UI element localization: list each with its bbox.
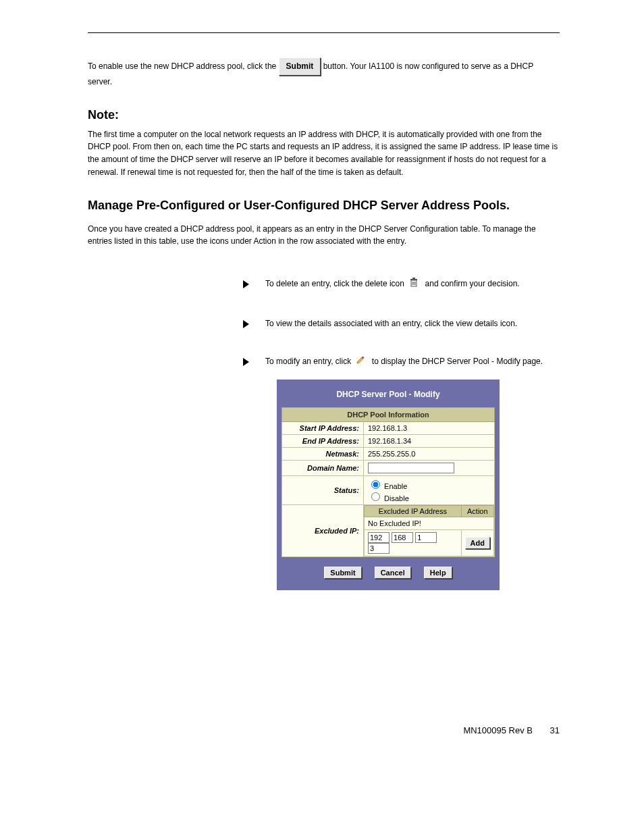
bullet-modify: To modify an entry, click to display the… — [243, 355, 560, 369]
footer-page-number: 31 — [533, 725, 560, 735]
no-excluded-text: No Excluded IP! — [365, 517, 494, 529]
manage-heading: Manage Pre-Configured or User-Configured… — [88, 199, 560, 213]
end-ip-label: End IP Address: — [282, 434, 364, 447]
submit-button[interactable]: Submit — [279, 57, 321, 76]
note-heading: Note: — [88, 108, 560, 123]
dhcp-modify-panel: DHCP Server Pool - Modify DHCP Pool Info… — [277, 380, 500, 590]
ip-octet-2[interactable] — [392, 532, 413, 543]
arrow-icon — [243, 320, 249, 328]
footer-doc-id: MN100095 Rev B — [463, 725, 533, 735]
bullet-modify-text-b: to display the DHCP Server Pool - Modify… — [367, 357, 543, 366]
end-ip-value: 192.168.1.34 — [364, 434, 495, 447]
excluded-ip-inputs — [365, 529, 462, 556]
start-ip-label: Start IP Address: — [282, 421, 364, 434]
panel-submit-button[interactable]: Submit — [324, 567, 361, 579]
pencil-icon — [356, 355, 365, 369]
start-ip-value: 192.168.1.3 — [364, 421, 495, 434]
bullet-modify-text-a: To modify an entry, click — [265, 357, 354, 366]
domain-label: Domain Name: — [282, 460, 364, 475]
domain-input[interactable] — [368, 463, 454, 473]
bullet-view-text: To view the details associated with an e… — [265, 317, 517, 330]
page-header — [88, 31, 560, 33]
note-paragraph: The first time a computer on the local n… — [88, 128, 560, 178]
intro-paragraph: To enable use the new DHCP address pool,… — [88, 57, 560, 88]
netmask-value: 255.255.255.0 — [364, 447, 495, 460]
ip-octet-3[interactable] — [415, 532, 437, 543]
svg-rect-4 — [410, 279, 417, 280]
netmask-label: Netmask: — [282, 447, 364, 460]
status-enable-option: Enable — [368, 482, 407, 490]
intro-text-a: To enable use the new DHCP address pool,… — [88, 61, 279, 71]
add-button[interactable]: Add — [465, 537, 490, 549]
pool-info-header: DHCP Pool Information — [282, 407, 495, 421]
bullet-delete: To delete an entry, click the delete ico… — [243, 278, 560, 292]
trash-icon — [409, 278, 419, 292]
excluded-label: Excluded IP: — [282, 504, 364, 556]
ip-octet-4[interactable] — [368, 543, 390, 554]
panel-help-button[interactable]: Help — [424, 567, 452, 579]
bullet-delete-text-b: and confirm your decision. — [421, 279, 520, 288]
panel-title: DHCP Server Pool - Modify — [281, 384, 495, 407]
status-label: Status: — [282, 475, 364, 504]
status-disable-radio[interactable] — [371, 492, 380, 501]
status-disable-option: Disable — [368, 494, 409, 502]
ip-octet-1[interactable] — [368, 532, 390, 543]
status-enable-radio[interactable] — [371, 480, 380, 489]
bullet-delete-text-a: To delete an entry, click the delete ico… — [265, 279, 406, 288]
arrow-icon — [243, 358, 249, 366]
page-footer: MN100095 Rev B 31 — [88, 725, 560, 735]
svg-rect-5 — [412, 278, 415, 279]
bullet-view: To view the details associated with an e… — [243, 317, 560, 330]
manage-paragraph: Once you have created a DHCP address poo… — [88, 223, 560, 248]
arrow-icon — [243, 280, 249, 288]
excluded-header-addr: Excluded IP Address — [365, 505, 462, 517]
panel-cancel-button[interactable]: Cancel — [375, 567, 411, 579]
excluded-header-action: Action — [461, 505, 493, 517]
